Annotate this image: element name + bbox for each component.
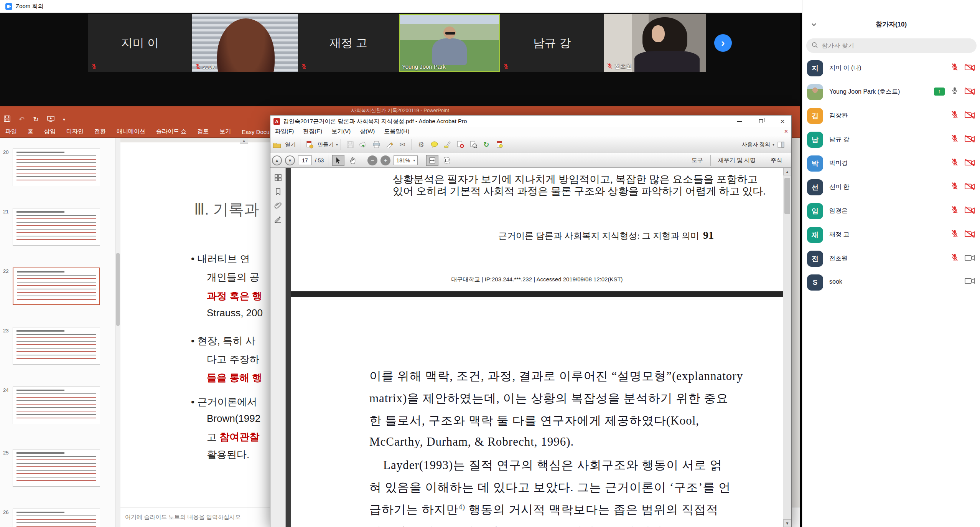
page-number-input[interactable] (298, 155, 312, 165)
delete-page-icon[interactable] (456, 140, 465, 149)
hand-tool[interactable] (347, 155, 359, 166)
previous-page-icon[interactable]: ▲ (272, 155, 282, 165)
pdf-comment-icon[interactable] (495, 140, 504, 149)
sign-pen-icon[interactable] (385, 140, 394, 149)
page-separator (291, 291, 783, 297)
slide-text-line: Strauss, 200 (207, 307, 263, 319)
camera-on-icon (965, 277, 975, 285)
panel-tab-2[interactable]: 채우기 및 서명 (713, 157, 760, 164)
video-tile-6[interactable]: 전초원 (604, 14, 706, 72)
video-tile-3[interactable]: 재정 고 (298, 14, 399, 72)
fit-page-icon[interactable] (441, 155, 453, 166)
participant-row-1[interactable]: 지 지미 이 (나) (802, 58, 980, 79)
print-icon[interactable] (372, 140, 381, 149)
participant-row-3[interactable]: 김 김창환 (802, 105, 980, 127)
slide-thumbnail-21[interactable]: 21 (0, 208, 115, 246)
muted-mic-icon (951, 206, 959, 215)
close-document-icon[interactable]: ✕ (784, 129, 788, 134)
slide-thumbnail-23[interactable]: 23 (0, 327, 115, 365)
upload-cloud-icon[interactable] (359, 140, 368, 149)
acrobat-restore-button[interactable] (755, 117, 767, 126)
attachments-icon[interactable] (274, 202, 282, 209)
zoom-level-select[interactable]: 181% ▾ (394, 155, 418, 165)
muted-mic-icon (951, 158, 959, 167)
participant-row-5[interactable]: 박 박미경 (802, 153, 980, 174)
ribbon-tab-2[interactable]: 홈 (22, 126, 39, 137)
menu-item-1[interactable]: 파일(F) (270, 128, 298, 135)
scroll-down-arrow-icon[interactable]: ▼ (783, 519, 791, 527)
next-participants-button[interactable]: › (714, 34, 732, 52)
create-button[interactable]: 만들기 (318, 141, 334, 148)
ribbon-tab-4[interactable]: 디자인 (61, 126, 89, 137)
create-caret-icon[interactable]: ▾ (336, 142, 338, 147)
slide-thumbnail-20[interactable]: 20 (0, 149, 115, 187)
menu-item-2[interactable]: 편집(E) (298, 128, 327, 135)
zoom-in-icon[interactable]: + (380, 155, 390, 165)
participant-row-10[interactable]: S sook (802, 272, 980, 293)
video-tile-5[interactable]: 남규 강 (500, 14, 604, 72)
slide-number: 24 (3, 387, 8, 393)
bookmarks-icon[interactable] (274, 188, 282, 195)
zoom-level-value: 181% (396, 157, 410, 164)
next-page-icon[interactable]: ▼ (285, 155, 295, 165)
pdf-text-line: 혀 있음을 이해하는 데 있다고 보았다. 그는 근거이론이 ‘구조’를 언 (369, 479, 731, 496)
signatures-icon[interactable] (274, 215, 282, 223)
slide-thumbnail-25[interactable]: 25 (0, 449, 115, 487)
email-icon[interactable]: ✉ (398, 140, 407, 149)
slide-thumbnail-24[interactable]: 24 (0, 387, 115, 425)
participant-name: 박미경 (829, 159, 848, 167)
open-button[interactable]: 열기 (285, 141, 296, 148)
participant-row-4[interactable]: 남 남규 강 (802, 129, 980, 150)
undo-icon[interactable]: ↶ (19, 116, 25, 123)
panel-tab-3[interactable]: 주석 (766, 157, 787, 164)
participant-row-6[interactable]: 선 선미 한 (802, 177, 980, 198)
customize-button[interactable]: 사용자 정의 (742, 141, 770, 148)
video-tile-1[interactable]: 지미 이 (88, 14, 192, 72)
menu-item-5[interactable]: 도움말(H) (379, 128, 414, 135)
acrobat-close-button[interactable]: × (777, 117, 788, 126)
comment-bubble-icon[interactable] (430, 140, 439, 149)
participant-search[interactable]: 참가자 찾기 (806, 38, 977, 53)
participant-row-7[interactable]: 임 임경은 (802, 200, 980, 222)
scroll-up-icon[interactable]: ▲ (240, 138, 248, 144)
participant-row-8[interactable]: 재 재정 고 (802, 224, 980, 246)
video-tile-2[interactable]: sook (192, 14, 298, 72)
ribbon-tab-1[interactable]: 파일 (0, 126, 22, 137)
create-pdf-icon[interactable] (305, 140, 314, 149)
start-slideshow-icon[interactable] (47, 116, 54, 123)
menu-item-3[interactable]: 보기(V) (327, 128, 355, 135)
panel-icon[interactable] (776, 140, 786, 149)
ribbon-tab-5[interactable]: 전환 (89, 126, 111, 137)
customize-caret-icon[interactable]: ▾ (772, 142, 774, 147)
scroll-up-arrow-icon[interactable]: ▲ (783, 168, 791, 175)
scrollbar-thumb[interactable] (784, 178, 790, 214)
page-thumbnails-icon[interactable] (274, 174, 282, 182)
participant-row-2[interactable]: Young Joon Park (호스트) ↑ (802, 81, 980, 103)
highlight-pen-icon[interactable] (443, 140, 452, 149)
ribbon-tab-3[interactable]: 삽입 (39, 126, 61, 137)
select-tool[interactable] (332, 155, 344, 166)
participant-row-9[interactable]: 전 전초원 (802, 248, 980, 269)
ribbon-tab-6[interactable]: 애니메이션 (111, 126, 151, 137)
zoom-out-icon[interactable]: − (367, 155, 377, 165)
open-folder-icon[interactable] (272, 140, 282, 149)
slide-thumbnail-22[interactable]: 22 (0, 268, 115, 306)
document-scrollbar[interactable]: ▲ ▼ (783, 168, 791, 527)
fit-width-icon[interactable] (426, 155, 438, 166)
save-file-icon[interactable] (346, 140, 355, 149)
panel-tab-1[interactable]: 도구 (687, 157, 708, 164)
gear-icon[interactable]: ⚙ (417, 140, 426, 149)
video-tile-4[interactable]: Young Joon Park (399, 14, 500, 72)
menu-item-4[interactable]: 창(W) (355, 128, 379, 135)
thumbnail-scrollbar[interactable] (115, 138, 120, 527)
ribbon-tab-7[interactable]: 슬라이드 쇼 (151, 126, 192, 137)
customize-qat-icon[interactable]: ▾ (63, 117, 65, 122)
slide-thumbnail-26[interactable]: 26 (0, 509, 115, 527)
save-icon[interactable] (4, 116, 10, 123)
redo-icon[interactable]: ↻ (33, 116, 39, 123)
search-document-icon[interactable] (469, 140, 478, 149)
ribbon-tab-9[interactable]: 보기 (214, 126, 236, 137)
acrobat-minimize-button[interactable] (734, 117, 745, 126)
send-refresh-icon[interactable]: ↻ (482, 140, 491, 149)
ribbon-tab-8[interactable]: 검토 (192, 126, 214, 137)
